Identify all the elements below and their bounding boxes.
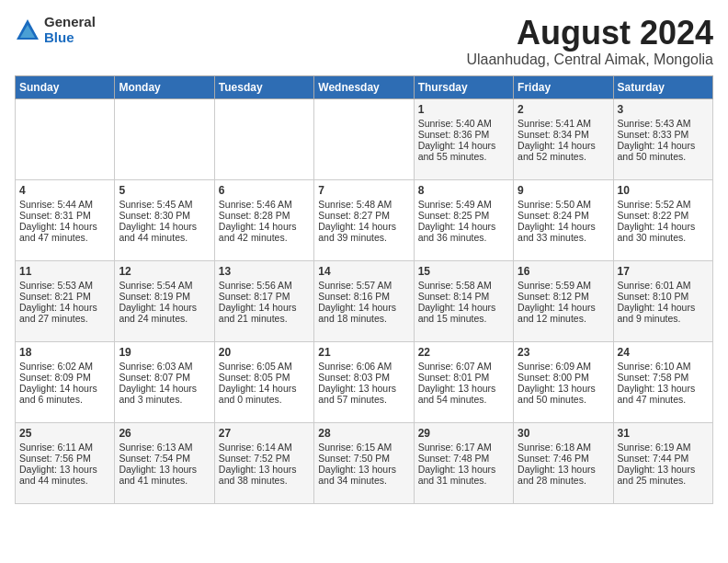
calendar-cell: 1Sunrise: 5:40 AMSunset: 8:36 PMDaylight… — [414, 98, 513, 179]
daylight-text: Daylight: 13 hours and 47 minutes. — [618, 383, 696, 405]
sunrise-text: Sunrise: 5:40 AM — [418, 118, 492, 129]
sunset-text: Sunset: 7:50 PM — [318, 453, 390, 464]
calendar-cell: 26Sunrise: 6:13 AMSunset: 7:54 PMDayligh… — [115, 422, 214, 503]
col-friday: Friday — [514, 75, 613, 98]
sunrise-text: Sunrise: 5:48 AM — [318, 199, 392, 210]
calendar-cell: 18Sunrise: 6:02 AMSunset: 8:09 PMDayligh… — [16, 341, 115, 422]
sunrise-text: Sunrise: 6:01 AM — [618, 280, 691, 291]
calendar-table: Sunday Monday Tuesday Wednesday Thursday… — [15, 75, 713, 504]
calendar-cell — [115, 98, 214, 179]
day-number: 6 — [219, 184, 310, 197]
sunset-text: Sunset: 7:58 PM — [618, 372, 689, 383]
sunrise-text: Sunrise: 6:17 AM — [418, 442, 492, 453]
sunset-text: Sunset: 8:17 PM — [219, 291, 290, 302]
sunset-text: Sunset: 8:24 PM — [518, 210, 589, 221]
logo: General Blue — [15, 15, 96, 45]
day-number: 22 — [418, 346, 509, 359]
sunset-text: Sunset: 8:27 PM — [318, 210, 390, 221]
daylight-text: Daylight: 14 hours and 21 minutes. — [219, 302, 297, 324]
day-number: 10 — [618, 184, 709, 197]
day-number: 11 — [19, 265, 110, 278]
sunrise-text: Sunrise: 6:09 AM — [518, 361, 591, 372]
calendar-week-3: 11Sunrise: 5:53 AMSunset: 8:21 PMDayligh… — [16, 260, 713, 341]
calendar-cell — [314, 98, 414, 179]
daylight-text: Daylight: 14 hours and 27 minutes. — [19, 302, 97, 324]
sunrise-text: Sunrise: 6:14 AM — [219, 442, 292, 453]
daylight-text: Daylight: 13 hours and 38 minutes. — [219, 464, 297, 486]
calendar-cell: 11Sunrise: 5:53 AMSunset: 8:21 PMDayligh… — [16, 260, 115, 341]
calendar-title: August 2024 — [466, 15, 713, 52]
daylight-text: Daylight: 14 hours and 44 minutes. — [119, 221, 197, 243]
daylight-text: Daylight: 14 hours and 42 minutes. — [219, 221, 297, 243]
sunrise-text: Sunrise: 5:54 AM — [119, 280, 192, 291]
sunset-text: Sunset: 7:52 PM — [219, 453, 290, 464]
sunrise-text: Sunrise: 5:49 AM — [418, 199, 492, 210]
sunset-text: Sunset: 8:16 PM — [318, 291, 390, 302]
daylight-text: Daylight: 14 hours and 15 minutes. — [418, 302, 496, 324]
calendar-cell: 4Sunrise: 5:44 AMSunset: 8:31 PMDaylight… — [16, 179, 115, 260]
day-number: 31 — [618, 427, 709, 440]
calendar-cell: 3Sunrise: 5:43 AMSunset: 8:33 PMDaylight… — [613, 98, 712, 179]
sunset-text: Sunset: 8:30 PM — [119, 210, 190, 221]
daylight-text: Daylight: 14 hours and 50 minutes. — [618, 140, 696, 162]
daylight-text: Daylight: 14 hours and 36 minutes. — [418, 221, 496, 243]
day-number: 14 — [318, 265, 409, 278]
col-tuesday: Tuesday — [214, 75, 313, 98]
calendar-cell: 19Sunrise: 6:03 AMSunset: 8:07 PMDayligh… — [115, 341, 214, 422]
sunset-text: Sunset: 7:44 PM — [618, 453, 689, 464]
sunrise-text: Sunrise: 6:18 AM — [518, 442, 591, 453]
calendar-week-1: 1Sunrise: 5:40 AMSunset: 8:36 PMDaylight… — [16, 98, 713, 179]
sunset-text: Sunset: 7:46 PM — [518, 453, 589, 464]
day-number: 26 — [119, 427, 210, 440]
day-number: 19 — [119, 346, 210, 359]
calendar-cell: 20Sunrise: 6:05 AMSunset: 8:05 PMDayligh… — [214, 341, 313, 422]
calendar-cell: 10Sunrise: 5:52 AMSunset: 8:22 PMDayligh… — [613, 179, 712, 260]
calendar-cell: 21Sunrise: 6:06 AMSunset: 8:03 PMDayligh… — [314, 341, 414, 422]
logo-icon — [15, 17, 40, 43]
calendar-week-2: 4Sunrise: 5:44 AMSunset: 8:31 PMDaylight… — [16, 179, 713, 260]
daylight-text: Daylight: 13 hours and 50 minutes. — [518, 383, 596, 405]
day-number: 23 — [518, 346, 609, 359]
daylight-text: Daylight: 13 hours and 31 minutes. — [418, 464, 496, 486]
sunset-text: Sunset: 8:10 PM — [618, 291, 689, 302]
daylight-text: Daylight: 13 hours and 34 minutes. — [318, 464, 396, 486]
daylight-text: Daylight: 14 hours and 0 minutes. — [219, 383, 297, 405]
day-number: 25 — [19, 427, 110, 440]
daylight-text: Daylight: 13 hours and 25 minutes. — [618, 464, 696, 486]
sunrise-text: Sunrise: 5:56 AM — [219, 280, 292, 291]
daylight-text: Daylight: 14 hours and 30 minutes. — [618, 221, 696, 243]
sunrise-text: Sunrise: 6:15 AM — [318, 442, 392, 453]
sunrise-text: Sunrise: 5:58 AM — [418, 280, 492, 291]
sunset-text: Sunset: 8:34 PM — [518, 129, 589, 140]
daylight-text: Daylight: 14 hours and 6 minutes. — [19, 383, 97, 405]
sunset-text: Sunset: 8:12 PM — [518, 291, 589, 302]
calendar-cell — [16, 98, 115, 179]
logo-blue-text: Blue — [44, 30, 96, 46]
title-block: August 2024 Ulaanhudag, Central Aimak, M… — [466, 15, 713, 68]
sunrise-text: Sunrise: 5:57 AM — [318, 280, 392, 291]
sunset-text: Sunset: 8:36 PM — [418, 129, 490, 140]
daylight-text: Daylight: 13 hours and 57 minutes. — [318, 383, 396, 405]
calendar-cell: 16Sunrise: 5:59 AMSunset: 8:12 PMDayligh… — [514, 260, 613, 341]
calendar-week-4: 18Sunrise: 6:02 AMSunset: 8:09 PMDayligh… — [16, 341, 713, 422]
day-number: 9 — [518, 184, 609, 197]
daylight-text: Daylight: 14 hours and 9 minutes. — [618, 302, 696, 324]
sunset-text: Sunset: 7:56 PM — [19, 453, 91, 464]
calendar-cell: 22Sunrise: 6:07 AMSunset: 8:01 PMDayligh… — [414, 341, 513, 422]
sunset-text: Sunset: 8:05 PM — [219, 372, 290, 383]
daylight-text: Daylight: 14 hours and 55 minutes. — [418, 140, 496, 162]
sunset-text: Sunset: 8:00 PM — [518, 372, 589, 383]
day-number: 15 — [418, 265, 509, 278]
sunrise-text: Sunrise: 5:50 AM — [518, 199, 591, 210]
daylight-text: Daylight: 14 hours and 12 minutes. — [518, 302, 596, 324]
calendar-cell: 2Sunrise: 5:41 AMSunset: 8:34 PMDaylight… — [514, 98, 613, 179]
day-number: 3 — [618, 103, 709, 116]
calendar-cell — [214, 98, 313, 179]
day-number: 1 — [418, 103, 509, 116]
calendar-cell: 28Sunrise: 6:15 AMSunset: 7:50 PMDayligh… — [314, 422, 414, 503]
sunrise-text: Sunrise: 6:06 AM — [318, 361, 392, 372]
day-number: 21 — [318, 346, 409, 359]
daylight-text: Daylight: 14 hours and 52 minutes. — [518, 140, 596, 162]
page-header: General Blue August 2024 Ulaanhudag, Cen… — [15, 15, 713, 68]
sunrise-text: Sunrise: 6:19 AM — [618, 442, 691, 453]
